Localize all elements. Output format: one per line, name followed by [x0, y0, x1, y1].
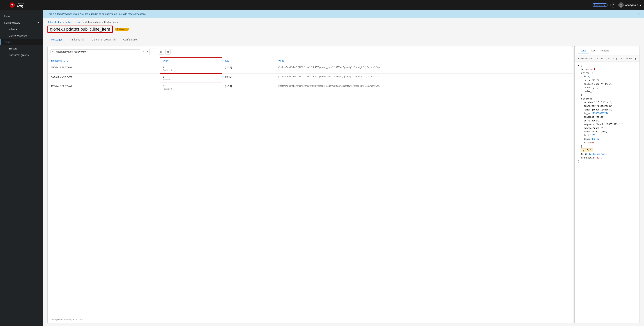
cluster-name: kafka	[8, 28, 14, 31]
help-button[interactable]: ?	[610, 3, 616, 8]
sidebar-cluster-kafka[interactable]: kafka ▾	[0, 26, 43, 32]
tech-preview-banner: This is a Tech Preview version. You are …	[43, 10, 644, 18]
offset-sort-icon[interactable]: ↓	[170, 60, 172, 62]
json-xmin: xmin: null	[578, 141, 637, 144]
cluster-dropdown-icon[interactable]: ▾	[71, 21, 72, 23]
json-db: db: "globex",	[578, 119, 637, 122]
breadcrumb-sep1: ›	[63, 21, 64, 23]
cell-value-1: {"before":null,"after":{"id":2,"price":"…	[276, 73, 573, 83]
svg-point-3	[52, 51, 54, 52]
json-tab-headers[interactable]: Headers	[598, 48, 612, 53]
cell-value-2: {"before":null,"after":{"id":1,"price":"…	[276, 83, 573, 92]
table-row[interactable]: 4/25/24, 3:36:57 AM 2 Partition 0 {"id":…	[48, 64, 573, 73]
search-clear-button[interactable]: ✕	[142, 50, 145, 53]
hamburger-menu[interactable]	[3, 4, 6, 6]
sidebar-item-topics[interactable]: Topics	[0, 39, 43, 45]
tech-banner-text: This is a Tech Preview version. You are …	[48, 13, 146, 15]
tab-consumer-groups[interactable]: Consumer groups 1	[88, 36, 120, 43]
sidebar-kafka-clusters[interactable]: Kafka clusters ▾	[0, 20, 43, 26]
cell-offset-1: 1 Partition 0	[160, 73, 222, 83]
json-preview-text: {"before":null,"after":{"id":2,"price":"…	[578, 57, 640, 60]
user-avatar-icon	[620, 4, 622, 7]
cell-key-2: {"id":1}	[222, 83, 276, 92]
search-bar: ✕ ▾ → ⊞ ⧉	[48, 46, 573, 57]
json-name: name: "globex.updates",	[578, 108, 637, 111]
search-input[interactable]	[56, 50, 139, 53]
grid-view-button[interactable]: ⊞	[159, 49, 164, 55]
last-updated: Last updated: 4/25/24, 9:14:27 AM	[50, 318, 84, 321]
search-input-wrap[interactable]	[50, 50, 140, 54]
table-row[interactable]: 4/25/24, 3:36:57 AM 1 Partition 0 {"id":…	[48, 73, 573, 83]
json-id: id: 2,	[578, 75, 637, 78]
sidebar-item-brokers[interactable]: Brokers	[0, 45, 43, 52]
txid-link[interactable]: 1181,	[590, 133, 597, 137]
cell-key-0: {"id":3}	[222, 64, 276, 73]
ts-ms-link[interactable]: 1714016217216,	[592, 111, 610, 115]
col-offset[interactable]: Offset ↓	[160, 57, 222, 64]
brokers-label: Brokers	[8, 47, 17, 50]
json-tab-value[interactable]: Value	[578, 48, 589, 53]
kafka-clusters-chevron-icon: ▾	[38, 21, 39, 24]
json-source-close: },	[578, 145, 637, 148]
tab-messages[interactable]: Messages	[48, 36, 66, 43]
brand-text: Red Hat AMQ	[17, 3, 24, 8]
json-transaction: transaction: null	[578, 156, 637, 159]
col-key: Key	[222, 57, 276, 64]
topic-tabs: Messages Partitions 1 Consumer groups 1 …	[48, 36, 640, 43]
json-tab-key[interactable]: Key	[589, 48, 598, 53]
json-panel-header: Value Key Headers	[575, 46, 640, 55]
managed-badge: ⚙ Managed	[115, 28, 129, 31]
cell-value-0: {"before":null,"after":{"id":3,"price":"…	[276, 64, 573, 73]
json-after-close: },	[578, 93, 637, 97]
table-row[interactable]: 4/25/24, 3:36:57 AM 0 Partition 0 {"id":…	[48, 83, 573, 92]
table-footer: Last updated: 4/25/24, 9:14:27 AM	[48, 316, 573, 323]
cell-key-1: {"id":2}	[222, 73, 276, 83]
sidebar-item-cluster-overview[interactable]: Cluster overview	[0, 32, 43, 39]
breadcrumb-sep3: ›	[83, 21, 84, 23]
brand-logo: Red Hat AMQ	[9, 2, 24, 8]
svg-point-1	[620, 4, 622, 5]
json-table: table: "line_item",	[578, 130, 637, 133]
tab-configuration[interactable]: Configuration	[120, 36, 142, 43]
json-quantity: quantity: 1,	[578, 86, 637, 89]
json-lsn: lsn: 24052192,	[578, 137, 637, 141]
col-timestamp[interactable]: Timestamp (UTC) ↓	[48, 57, 160, 64]
user-chevron-icon: ▾	[640, 4, 641, 7]
breadcrumb-sep2: ›	[74, 21, 74, 23]
tech-preview-badge: Tech preview	[592, 4, 608, 7]
json-price: price: "13.00",	[578, 79, 637, 82]
cluster-overview-label: Cluster overview	[8, 34, 27, 37]
cluster-chevron-icon: ▾	[16, 28, 17, 31]
breadcrumb-cluster[interactable]: kafka	[65, 21, 70, 23]
json-ts-ms2: ts_ms: 1714016217621,	[578, 152, 637, 156]
breadcrumb: Kafka clusters › kafka ▾ › Topics › glob…	[48, 21, 640, 23]
cell-offset-0: 2 Partition 0	[160, 64, 222, 73]
breadcrumb-kafka-clusters[interactable]: Kafka clusters	[48, 21, 62, 23]
sidebar-item-consumer-groups[interactable]: Consumer groups	[0, 52, 43, 58]
json-op: op: "c",	[578, 148, 637, 152]
messages-panel: ✕ ▾ → ⊞ ⧉	[48, 46, 573, 323]
json-source-open: ▼source: {	[578, 97, 637, 101]
lsn-link[interactable]: 24052192,	[589, 137, 601, 141]
json-before: before: null,	[578, 67, 637, 71]
kafka-clusters-label: Kafka clusters	[4, 21, 20, 24]
search-dropdown-button[interactable]: ▾	[147, 51, 148, 53]
partitions-badge: 1	[81, 39, 84, 41]
topics-label: Topics	[4, 41, 12, 44]
copy-button[interactable]: ⧉	[166, 49, 170, 55]
breadcrumb-topics[interactable]: Topics	[76, 21, 82, 23]
json-close-brace: }	[578, 159, 637, 163]
sidebar: Home Kafka clusters ▾ kafka ▾ Cluster ov…	[0, 10, 43, 326]
breadcrumb-cluster-link[interactable]: kafka ▾	[65, 21, 72, 23]
page-title-row: globex.updates.public.line_item ⚙ Manage…	[48, 26, 640, 33]
banner-close-button[interactable]: ✕	[637, 12, 640, 16]
json-product-code: product_code: "444435",	[578, 82, 637, 86]
sidebar-item-home[interactable]: Home	[0, 13, 43, 20]
json-txid: txid: 1181,	[578, 133, 637, 137]
timestamp-sort-icon[interactable]: ↓	[70, 60, 72, 62]
search-submit-button[interactable]: →	[149, 49, 157, 55]
ts-ms2-link[interactable]: 1714016217621,	[589, 152, 607, 156]
json-after-open: ▼after: {	[578, 71, 637, 75]
user-menu[interactable]: Anonymous ▾	[618, 2, 641, 8]
tab-partitions[interactable]: Partitions 1	[66, 36, 88, 43]
